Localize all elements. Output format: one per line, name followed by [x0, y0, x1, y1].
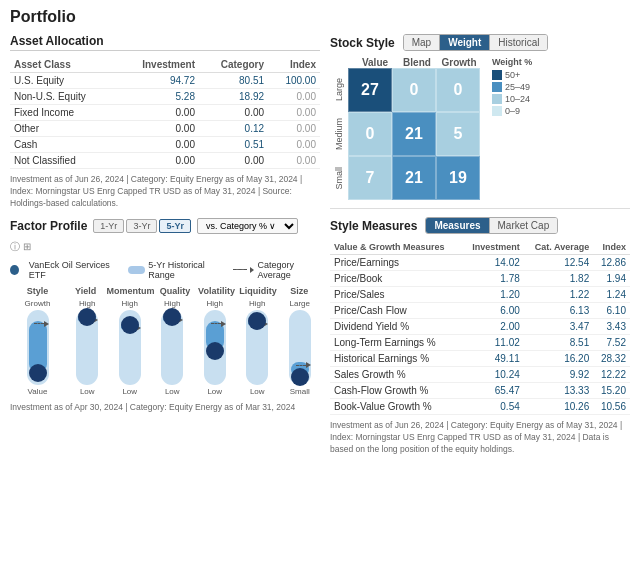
legend-box — [492, 94, 502, 104]
metric-name: Historical Earnings % — [330, 351, 462, 367]
bar-track — [27, 310, 49, 385]
factor-col-header: Quality — [154, 286, 195, 296]
row-label-medium: Medium — [330, 118, 348, 150]
factor-col-header: Volatility — [196, 286, 237, 296]
bar-track — [204, 310, 226, 385]
bar-avg-arrow — [27, 321, 49, 327]
bar-dot — [291, 368, 309, 386]
cat-avg-val: 16.20 — [524, 351, 593, 367]
category-val: 80.51 — [199, 73, 268, 89]
table-row: Cash 0.00 0.51 0.00 — [10, 137, 320, 153]
investment-val: 6.00 — [462, 303, 524, 319]
avg-legend-line — [233, 269, 247, 270]
metric-name: Book-Value Growth % — [330, 399, 462, 415]
tab-3yr[interactable]: 3-Yr — [126, 219, 157, 233]
factor-bar-col: HighLow — [195, 299, 236, 396]
factor-bar-col: GrowthValue — [10, 299, 65, 396]
index-val: 1.94 — [593, 271, 630, 287]
style-grid-row: Medium0215 — [330, 112, 480, 156]
cat-avg-val: 9.92 — [524, 367, 593, 383]
style-grid-row: Small72119 — [330, 156, 480, 200]
asset-class-name: Non-U.S. Equity — [10, 89, 117, 105]
index-val: 0.00 — [268, 89, 320, 105]
factor-bar-col: HighLow — [110, 299, 151, 396]
col-label-blend: Blend — [396, 57, 438, 68]
period-tab-group[interactable]: 1-Yr 3-Yr 5-Yr — [93, 219, 191, 233]
col-header-cat-avg: Cat. Average — [524, 240, 593, 255]
style-grid-row: Large2700 — [330, 68, 480, 112]
measures-footnote: Investment as of Jun 26, 2024 | Category… — [330, 420, 630, 456]
style-cell: 27 — [348, 68, 392, 112]
investment-val: 1.78 — [462, 271, 524, 287]
asset-class-name: U.S. Equity — [10, 73, 117, 89]
col-label-value: Value — [354, 57, 396, 68]
category-val: 0.51 — [199, 137, 268, 153]
table-row: Price/Sales 1.20 1.22 1.24 — [330, 287, 630, 303]
avg-legend-arrow — [250, 267, 254, 273]
factor-footnote: Investment as of Apr 30, 2024 | Category… — [10, 402, 320, 414]
index-val: 0.00 — [268, 121, 320, 137]
style-measures-title: Style Measures — [330, 219, 417, 233]
factor-col-headers: StyleYieldMomentumQualityVolatilityLiqui… — [10, 286, 320, 296]
index-val: 12.22 — [593, 367, 630, 383]
bar-top-label: High — [249, 299, 265, 308]
style-measures-section: Style Measures Measures Market Cap Value… — [330, 217, 630, 456]
metric-name: Price/Book — [330, 271, 462, 287]
index-val: 28.32 — [593, 351, 630, 367]
row-label-small: Small — [330, 167, 348, 190]
style-grid: Large2700Medium0215Small72119 — [330, 68, 480, 200]
style-cell: 21 — [392, 156, 436, 200]
category-val: 18.92 — [199, 89, 268, 105]
stock-style-section: Stock Style Map Weight Historical Value … — [330, 34, 630, 200]
tab-historical[interactable]: Historical — [490, 35, 547, 50]
bar-bottom-label: Low — [80, 387, 95, 396]
table-row: Long-Term Earnings % 11.02 8.51 7.52 — [330, 335, 630, 351]
vs-category-select[interactable]: vs. Category % ∨ — [197, 218, 298, 234]
table-row: Other 0.00 0.12 0.00 — [10, 121, 320, 137]
style-cell: 5 — [436, 112, 480, 156]
factor-bar-col: LargeSmall — [280, 299, 321, 396]
tab-measures[interactable]: Measures — [426, 218, 489, 233]
bar-top-label: High — [164, 299, 180, 308]
table-row: Dividend Yield % 2.00 3.47 3.43 — [330, 319, 630, 335]
tab-market-cap[interactable]: Market Cap — [490, 218, 558, 233]
stock-style-title: Stock Style — [330, 36, 395, 50]
bar-top-label: High — [122, 299, 138, 308]
asset-allocation-title: Asset Allocation — [10, 34, 320, 51]
col-header-investment: Investment — [462, 240, 524, 255]
stock-style-tabs[interactable]: Map Weight Historical — [403, 34, 549, 51]
tab-map[interactable]: Map — [404, 35, 440, 50]
col-header-investment: Investment — [117, 57, 199, 73]
bar-dot — [121, 316, 139, 334]
metric-name: Sales Growth % — [330, 367, 462, 383]
range-legend-label: 5-Yr Historical Range — [148, 260, 223, 280]
investment-val: 0.54 — [462, 399, 524, 415]
factor-bars-row: GrowthValueHighLowHighLowHighLowHighLowH… — [10, 299, 320, 396]
table-row: Cash-Flow Growth % 65.47 13.33 15.20 — [330, 383, 630, 399]
table-row: Book-Value Growth % 0.54 10.26 10.56 — [330, 399, 630, 415]
investment-val: 2.00 — [462, 319, 524, 335]
factor-bar-col: HighLow — [152, 299, 193, 396]
index-val: 0.00 — [268, 153, 320, 169]
tab-weight[interactable]: Weight — [440, 35, 490, 50]
index-val: 0.00 — [268, 105, 320, 121]
legend-label: 0–9 — [505, 106, 520, 116]
measures-tab-group[interactable]: Measures Market Cap — [425, 217, 558, 234]
asset-class-name: Cash — [10, 137, 117, 153]
bar-dot — [29, 364, 47, 382]
portfolio-title: Portfolio — [10, 8, 630, 26]
legend-item: 0–9 — [492, 106, 532, 116]
table-row: Not Classified 0.00 0.00 0.00 — [10, 153, 320, 169]
factor-col-header: Style — [10, 286, 65, 296]
metric-name: Long-Term Earnings % — [330, 335, 462, 351]
investment-val: 65.47 — [462, 383, 524, 399]
bar-track — [161, 310, 183, 385]
table-row: Non-U.S. Equity 5.28 18.92 0.00 — [10, 89, 320, 105]
col-header-index: Index — [268, 57, 320, 73]
investment-val: 0.00 — [117, 121, 199, 137]
legend-title: Weight % — [492, 57, 532, 67]
factor-col-header: Yield — [65, 286, 106, 296]
tab-5yr[interactable]: 5-Yr — [159, 219, 191, 233]
tab-1yr[interactable]: 1-Yr — [93, 219, 124, 233]
investment-val: 11.02 — [462, 335, 524, 351]
